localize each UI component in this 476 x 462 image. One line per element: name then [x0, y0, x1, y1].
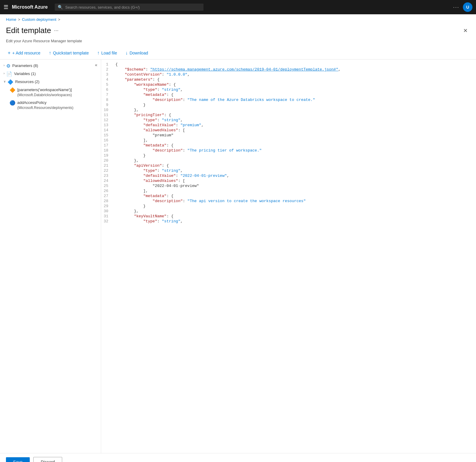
code-line: 14 "allowedValues": [ [101, 128, 476, 133]
breadcrumb-custom-deployment[interactable]: Custom deployment [22, 17, 57, 22]
page-header: Edit template ··· ✕ [0, 25, 476, 39]
load-file-label: Load file [101, 51, 117, 55]
code-line: 7 "metadata": { [101, 92, 476, 97]
code-line: 9 } [101, 102, 476, 107]
code-line: 19 } [101, 153, 476, 158]
load-icon: ↑ [97, 50, 100, 56]
page-subtitle: Edit your Azure Resource Manager templat… [0, 39, 476, 47]
save-button[interactable]: Save [6, 457, 30, 462]
code-line: 13 "defaultValue": "premium", [101, 123, 476, 128]
code-line: 12 "type": "string", [101, 118, 476, 123]
main-area: « › ⚙ Parameters (8) › 📄 Variables (1) ∨… [0, 60, 476, 453]
code-line: 24 "allowedValues": [ [101, 178, 476, 183]
databricks-icon: 🔶 [10, 87, 15, 93]
sidebar: « › ⚙ Parameters (8) › 📄 Variables (1) ∨… [0, 60, 101, 453]
workspace-label: [parameters('workspaceName')] (Microsoft… [17, 87, 97, 98]
code-line: 3 "contentVersion": "1.0.0.0", [101, 72, 476, 77]
breadcrumb-sep1: > [18, 18, 20, 22]
parameters-arrow: › [4, 64, 4, 67]
sidebar-collapse-button[interactable]: « [94, 62, 98, 68]
add-resource-label: + Add resource [12, 51, 40, 55]
code-line: 4 "parameters": { [101, 77, 476, 82]
parameters-label: Parameters (8) [12, 63, 97, 68]
code-line: 22 "type": "string", [101, 168, 476, 173]
code-line: 23 "defaultValue": "2022-04-01-preview", [101, 173, 476, 178]
access-policy-label: addAccessPolicy (Microsoft.Resources/dep… [17, 100, 97, 110]
sidebar-item-resources[interactable]: ∨ 🔷 Resources (2) [0, 78, 101, 86]
code-line: 15 "premium" [101, 133, 476, 138]
nav-right: ··· U [453, 2, 472, 12]
code-line: 10 }, [101, 107, 476, 113]
quickstart-template-button[interactable]: ↑ Quickstart template [47, 49, 91, 57]
code-line: 28 "description": "The api version to cr… [101, 199, 476, 204]
deployment-icon: 🔵 [10, 100, 15, 106]
parameters-icon: ⚙ [6, 63, 10, 69]
resources-icon: 🔷 [7, 79, 13, 85]
search-icon: 🔍 [58, 5, 63, 10]
download-label: Download [129, 51, 148, 55]
nav-bar: ☰ Microsoft Azure 🔍 ··· U [0, 0, 476, 14]
breadcrumb-sep2: > [58, 18, 60, 22]
breadcrumb: Home > Custom deployment > [0, 14, 476, 25]
code-line: 30 }, [101, 209, 476, 214]
code-line: 6 "type": "string", [101, 87, 476, 92]
code-line: 26 ], [101, 188, 476, 193]
code-line: 27 "metadata": { [101, 193, 476, 199]
resources-arrow: ∨ [4, 80, 6, 83]
avatar[interactable]: U [463, 2, 472, 12]
variables-arrow: › [4, 72, 4, 75]
code-line: 32 "type": "string", [101, 219, 476, 224]
code-line: 17 "metadata": { [101, 143, 476, 148]
variables-icon: 📄 [6, 71, 12, 77]
close-button[interactable]: ✕ [461, 26, 470, 35]
sidebar-item-variables[interactable]: › 📄 Variables (1) [0, 70, 101, 78]
code-line: 25 "2022-04-01-preview" [101, 183, 476, 188]
toolbar: + + Add resource ↑ Quickstart template ↑… [0, 47, 476, 60]
download-button[interactable]: ↓ Download [123, 49, 150, 57]
code-line: 8 "description": "The name of the Azure … [101, 97, 476, 102]
code-line: 21 "apiVersion": { [101, 163, 476, 168]
load-file-button[interactable]: ↑ Load file [95, 49, 119, 57]
add-icon: + [8, 50, 10, 56]
sidebar-item-access-policy[interactable]: 🔵 addAccessPolicy (Microsoft.Resources/d… [0, 99, 101, 112]
add-resource-button[interactable]: + + Add resource [6, 49, 42, 57]
code-line: 31 "keyVaultName": { [101, 214, 476, 219]
sidebar-item-workspace[interactable]: 🔶 [parameters('workspaceName')] (Microso… [0, 86, 101, 99]
code-line: 29 } [101, 204, 476, 209]
code-editor[interactable]: 1{2 "$schema": "https://schema.managemen… [101, 60, 476, 453]
page-options-icon[interactable]: ··· [54, 27, 59, 34]
resources-label: Resources (2) [15, 79, 97, 85]
code-line: 18 "description": "The pricing tier of w… [101, 148, 476, 153]
search-input[interactable] [65, 5, 201, 10]
code-line: 2 "$schema": "https://schema.management.… [101, 67, 476, 72]
upload-icon: ↑ [49, 50, 51, 56]
code-line: 20 }, [101, 158, 476, 163]
quickstart-template-label: Quickstart template [53, 51, 89, 55]
search-box[interactable]: 🔍 [55, 4, 203, 11]
code-line: 16 ], [101, 138, 476, 143]
discard-button[interactable]: Discard [33, 457, 62, 462]
code-table: 1{2 "$schema": "https://schema.managemen… [101, 62, 476, 224]
nav-more-icon[interactable]: ··· [453, 4, 459, 10]
breadcrumb-home[interactable]: Home [6, 17, 16, 22]
footer: Save Discard [0, 453, 476, 462]
hamburger-icon[interactable]: ☰ [4, 4, 8, 10]
download-icon: ↓ [125, 50, 128, 56]
code-line: 5 "workspaceName": { [101, 82, 476, 87]
page-title: Edit template [6, 26, 51, 35]
variables-label: Variables (1) [14, 71, 97, 77]
sidebar-item-parameters[interactable]: › ⚙ Parameters (8) [0, 62, 101, 70]
brand-name: Microsoft Azure [12, 4, 48, 10]
code-line: 1{ [101, 62, 476, 67]
code-line: 11 "pricingTier": { [101, 113, 476, 118]
